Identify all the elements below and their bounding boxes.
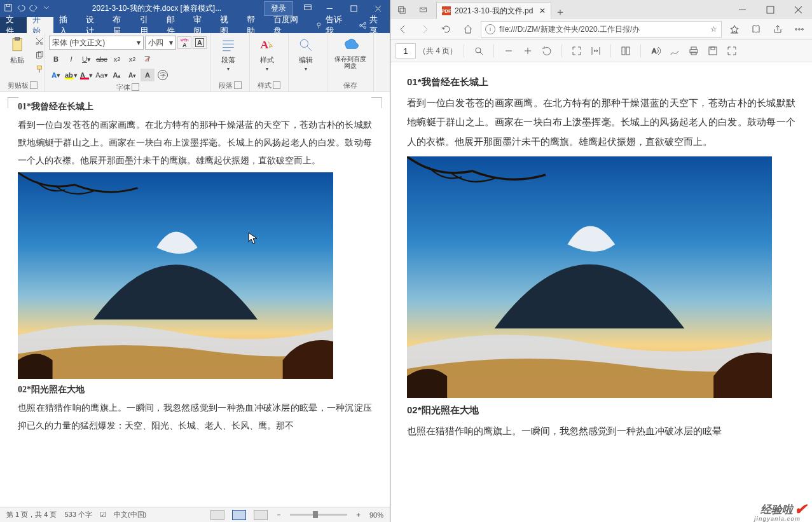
svg-point-16 <box>300 39 308 47</box>
pdf-zoom-out-icon[interactable] <box>500 43 517 59</box>
bold-icon[interactable]: B <box>49 53 63 65</box>
pdf-page-input[interactable] <box>396 43 416 58</box>
baidu-save-button[interactable]: 保存到百度网盘 <box>331 35 369 71</box>
qat-more-icon[interactable] <box>42 3 51 14</box>
margin-mark-tl <box>8 97 18 108</box>
tab-review[interactable]: 审阅 <box>188 17 214 33</box>
view-print-icon[interactable] <box>232 510 246 520</box>
view-web-icon[interactable] <box>254 510 268 520</box>
browser-maximize-button[interactable] <box>756 0 784 19</box>
tab-preview-icon[interactable] <box>412 0 434 19</box>
svg-rect-0 <box>5 4 12 11</box>
strikethrough-icon[interactable]: abc <box>95 53 109 65</box>
styles-button[interactable]: A 样式▾ <box>254 35 280 73</box>
favorites-icon[interactable] <box>726 20 743 38</box>
view-read-icon[interactable] <box>210 510 224 520</box>
bookmark-star-icon[interactable]: ☆ <box>710 25 717 34</box>
pdf-search-icon[interactable] <box>471 43 487 59</box>
url-text: file:///D:/ZM/新建文件夹/2020.工作日报/办 <box>499 24 640 35</box>
doc-paragraph-2: 也照在猎猎作响的鹰旗上。一瞬间，我忽然感觉到一种热血冲破冰层的眩晕，一种沉淀压抑… <box>18 399 372 435</box>
tab-home[interactable]: 开始 <box>27 17 53 33</box>
nav-back-icon[interactable] <box>394 20 412 38</box>
pdf-fit-page-icon[interactable] <box>568 43 585 59</box>
pdf-draw-icon[interactable] <box>666 43 683 59</box>
browser-minimize-button[interactable] <box>728 0 756 19</box>
pdf-document-area[interactable]: 01*我曾经在长城上 看到一位白发苍苍的画家画鹰。在北方特有的那种干燥湛蓝的天空… <box>390 62 812 522</box>
grow-font-icon[interactable]: A▴ <box>110 69 124 81</box>
highlight-icon[interactable]: ab▾ <box>64 69 78 81</box>
pdf-fit-width-icon[interactable] <box>588 43 604 59</box>
subscript-icon[interactable]: x2 <box>110 53 124 65</box>
tab-actions-icon[interactable] <box>390 0 412 19</box>
tab-design[interactable]: 设计 <box>80 17 107 33</box>
zoom-level[interactable]: 90% <box>369 511 383 519</box>
character-border-icon[interactable]: A <box>193 36 207 49</box>
zoom-in-icon[interactable]: ＋ <box>355 510 362 519</box>
save-icon[interactable] <box>4 3 13 14</box>
zoom-out-icon[interactable]: － <box>275 510 282 519</box>
pdf-print-icon[interactable] <box>685 43 702 59</box>
shrink-font-icon[interactable]: A▾ <box>125 69 139 81</box>
tab-help[interactable]: 帮助 <box>241 17 268 33</box>
undo-icon[interactable] <box>17 3 25 14</box>
pdf-rotate-icon[interactable] <box>539 43 555 59</box>
superscript-icon[interactable]: x2 <box>125 53 139 65</box>
font-launcher[interactable] <box>132 83 139 91</box>
underline-icon[interactable]: U▾ <box>79 53 93 65</box>
tab-baidu[interactable]: 百度网盘 <box>268 17 310 33</box>
clear-formatting-icon[interactable] <box>141 53 155 65</box>
new-tab-button[interactable]: ＋ <box>551 6 569 19</box>
tab-layout[interactable]: 布局 <box>107 17 134 33</box>
font-name-selector[interactable]: 宋体 (中文正文)▾ <box>49 36 144 50</box>
paragraph-button[interactable]: 段落▾ <box>215 35 242 73</box>
tab-insert[interactable]: 插入 <box>53 17 80 33</box>
styles-launcher[interactable] <box>273 81 280 89</box>
word-document-area[interactable]: 01*我曾经在长城上 看到一位白发苍苍的画家画鹰。在北方特有的那种干燥湛蓝的天空… <box>0 92 390 507</box>
status-page[interactable]: 第 1 页，共 4 页 <box>6 510 57 519</box>
nav-forward-icon[interactable] <box>416 20 434 38</box>
font-size-selector[interactable]: 小四▾ <box>145 36 177 50</box>
character-shading-icon[interactable]: A <box>141 69 155 81</box>
browser-menu-icon[interactable] <box>790 20 808 38</box>
browser-tab[interactable]: PDF 2021-3-10-我的文件.pd ✕ <box>436 2 551 19</box>
clipboard-launcher[interactable] <box>30 81 38 89</box>
pdf-file-icon: PDF <box>442 6 451 15</box>
tab-close-icon[interactable]: ✕ <box>539 6 546 15</box>
pdf-layout-icon[interactable] <box>617 43 634 59</box>
svg-rect-3 <box>350 6 356 11</box>
pdf-fullscreen-icon[interactable] <box>724 43 740 59</box>
cut-icon[interactable] <box>32 35 46 48</box>
status-words[interactable]: 533 个字 <box>64 510 92 519</box>
text-effects-icon[interactable]: A▾ <box>49 69 63 81</box>
share-page-icon[interactable] <box>769 20 787 38</box>
copy-icon[interactable] <box>32 49 46 62</box>
tab-view[interactable]: 视图 <box>214 17 241 33</box>
phonetic-guide-icon[interactable]: wénA <box>177 36 191 49</box>
format-painter-icon[interactable] <box>32 63 46 76</box>
font-color-icon[interactable]: A▾ <box>79 69 93 81</box>
browser-close-button[interactable] <box>784 0 812 19</box>
paste-button[interactable]: 粘贴 <box>4 35 31 66</box>
status-language[interactable]: 中文(中国) <box>114 510 146 519</box>
paragraph-launcher[interactable] <box>234 81 242 89</box>
pdf-heading-2: 02*阳光照在大地 <box>407 404 795 416</box>
ribbon-display-icon[interactable] <box>298 3 317 14</box>
site-info-icon[interactable]: i <box>485 24 495 34</box>
tab-file[interactable]: 文件 <box>0 17 27 33</box>
status-spellcheck-icon[interactable]: ☑ <box>100 511 106 519</box>
tab-references[interactable]: 引用 <box>134 17 161 33</box>
zoom-slider[interactable] <box>290 514 347 516</box>
editing-button[interactable]: 编辑▾ <box>292 35 319 73</box>
url-input[interactable]: i file:///D:/ZM/新建文件夹/2020.工作日报/办 ☆ <box>481 21 722 38</box>
pdf-zoom-in-icon[interactable] <box>520 43 536 59</box>
change-case-icon[interactable]: Aa▾ <box>95 69 109 81</box>
redo-icon[interactable] <box>29 3 38 14</box>
nav-refresh-icon[interactable] <box>437 20 455 38</box>
tab-mailings[interactable]: 邮件 <box>161 17 188 33</box>
pdf-save-icon[interactable] <box>705 43 721 59</box>
reading-list-icon[interactable] <box>747 20 765 38</box>
enclose-character-icon[interactable]: 字 <box>156 69 170 81</box>
italic-icon[interactable]: I <box>64 53 78 65</box>
pdf-read-aloud-icon[interactable]: A <box>647 43 664 59</box>
nav-home-icon[interactable] <box>459 20 477 38</box>
